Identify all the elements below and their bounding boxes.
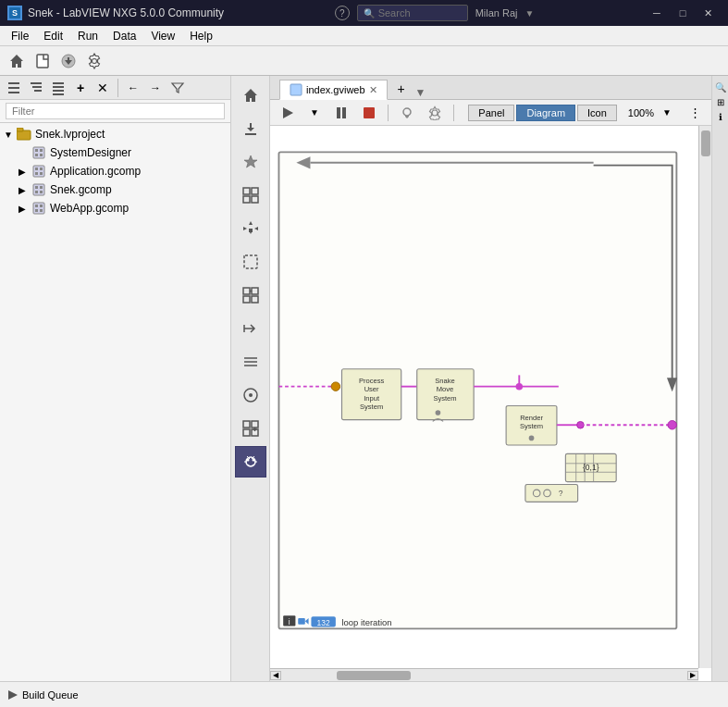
- filter-input[interactable]: [6, 103, 225, 119]
- palette-select-btn[interactable]: [235, 246, 266, 278]
- snake-move-label3: System: [433, 394, 456, 403]
- back-button[interactable]: [57, 50, 80, 72]
- pause-button[interactable]: [329, 103, 353, 123]
- svg-point-52: [249, 393, 253, 397]
- tree-item-snek[interactable]: ▶ Snek.gcomp: [15, 180, 230, 199]
- right-panel-info-btn[interactable]: ℹ: [713, 109, 728, 124]
- menu-edit[interactable]: Edit: [36, 28, 70, 44]
- svg-rect-18: [40, 149, 43, 152]
- svg-rect-7: [31, 82, 42, 84]
- tab-index-gviweb[interactable]: index.gviweb ✕: [279, 80, 388, 100]
- sidebar-remove-button[interactable]: ✕: [93, 79, 113, 97]
- svg-rect-4: [8, 82, 19, 84]
- h-scroll-left-btn[interactable]: ◀: [270, 671, 281, 680]
- v-scroll-thumb[interactable]: [701, 130, 710, 156]
- palette-move-btn[interactable]: [235, 213, 266, 244]
- tree-item-root[interactable]: ▼ Snek.lvproject: [0, 125, 230, 143]
- minimize-button[interactable]: ─: [645, 4, 669, 22]
- menu-view[interactable]: View: [143, 28, 182, 44]
- sidebar-expand-button[interactable]: [48, 79, 68, 97]
- while-loop-border: [278, 152, 676, 628]
- tree-toggle-snek[interactable]: ▶: [19, 185, 31, 195]
- cog-button[interactable]: [423, 103, 447, 123]
- tree-item-app[interactable]: ▶ Application.gcomp: [15, 162, 230, 180]
- sidebar-collapse-button[interactable]: [26, 79, 46, 97]
- svg-rect-13: [53, 93, 64, 95]
- palette-circle-btn[interactable]: [235, 379, 266, 411]
- zoom-dropdown-btn[interactable]: ▼: [656, 103, 678, 123]
- icon-tab[interactable]: Icon: [577, 105, 617, 121]
- title-search-input[interactable]: [378, 7, 452, 19]
- settings-button[interactable]: [83, 50, 105, 72]
- diagram-canvas[interactable]: ◀ ▶: [270, 126, 711, 681]
- palette-home-btn[interactable]: [235, 80, 266, 111]
- maximize-button[interactable]: □: [671, 4, 695, 22]
- right-edge-dot: [668, 421, 676, 429]
- loop-arrow: [298, 618, 305, 625]
- process-user-input-label4: System: [360, 403, 383, 411]
- palette-sidebar: [231, 76, 270, 681]
- title-search-box[interactable]: 🔍: [357, 5, 468, 21]
- project-tree: ▼ Snek.lvproject SystemDesigner ▶: [0, 123, 230, 681]
- sidebar-add-button[interactable]: +: [70, 79, 91, 97]
- home-button[interactable]: [6, 50, 28, 72]
- tab-add-button[interactable]: +: [391, 79, 412, 99]
- build-queue-button[interactable]: Build Queue: [7, 689, 79, 701]
- menu-run[interactable]: Run: [70, 28, 105, 44]
- palette-debug-btn[interactable]: [235, 446, 266, 478]
- new-file-button[interactable]: [31, 50, 54, 72]
- svg-rect-35: [40, 209, 43, 212]
- tab-close-btn[interactable]: ✕: [369, 84, 377, 96]
- palette-cluster-btn[interactable]: [235, 279, 266, 311]
- svg-rect-11: [53, 86, 64, 88]
- app-icon: S: [7, 6, 22, 20]
- diagram-toolbar: ▼ Panel Diagram Icon 100% ▼: [270, 100, 711, 126]
- close-button[interactable]: ✕: [697, 4, 721, 22]
- run-button[interactable]: [276, 103, 300, 123]
- svg-rect-20: [40, 154, 43, 156]
- panel-tab[interactable]: Panel: [468, 105, 514, 121]
- svg-rect-2: [37, 55, 48, 68]
- svg-rect-37: [243, 188, 250, 194]
- app-label: Application.gcomp: [50, 165, 141, 178]
- tree-toggle-webapp[interactable]: ▶: [19, 204, 31, 214]
- palette-download-btn[interactable]: [235, 113, 266, 144]
- svg-rect-40: [252, 196, 258, 203]
- right-panel-grid-btn[interactable]: ⊞: [713, 94, 728, 109]
- palette-add-btn[interactable]: [235, 413, 266, 444]
- sidebar-back-button[interactable]: ←: [123, 79, 143, 97]
- palette-grid-btn[interactable]: [235, 180, 266, 211]
- vertical-scrollbar[interactable]: [698, 126, 711, 668]
- tab-dropdown-btn[interactable]: ▼: [415, 86, 426, 99]
- palette-favorite-btn[interactable]: [235, 146, 266, 178]
- right-panel-search-btn[interactable]: 🔍: [713, 80, 728, 94]
- misc-question: ?: [559, 489, 563, 498]
- run-dropdown-btn[interactable]: ▼: [303, 103, 326, 123]
- sidebar-filter-button[interactable]: [167, 79, 188, 97]
- sidebar-list-icon[interactable]: [4, 79, 24, 97]
- svg-rect-19: [35, 154, 38, 156]
- h-scroll-thumb[interactable]: [337, 671, 411, 680]
- tree-item-webapp[interactable]: ▶ WebApp.gcomp: [15, 199, 230, 217]
- horizontal-scrollbar[interactable]: ◀ ▶: [270, 668, 698, 681]
- sidebar-forward-button[interactable]: →: [145, 79, 166, 97]
- lightbulb-button[interactable]: [395, 103, 419, 123]
- menu-data[interactable]: Data: [105, 28, 143, 44]
- h-scroll-right-btn[interactable]: ▶: [687, 671, 698, 680]
- tab-bar: index.gviweb ✕ + ▼: [270, 76, 711, 100]
- help-icon[interactable]: ?: [335, 6, 350, 20]
- options-button[interactable]: ⋮: [684, 103, 706, 123]
- svg-rect-68: [337, 107, 340, 118]
- tree-toggle-app[interactable]: ▶: [19, 167, 31, 177]
- menu-file[interactable]: File: [4, 28, 36, 44]
- loop-count-label: 132: [317, 618, 330, 627]
- svg-rect-44: [243, 296, 250, 303]
- stop-button[interactable]: [357, 103, 381, 123]
- diagram-tab[interactable]: Diagram: [516, 105, 575, 121]
- svg-rect-5: [8, 87, 19, 89]
- tree-item-system-designer[interactable]: SystemDesigner: [15, 143, 230, 162]
- palette-arrow-btn[interactable]: [235, 313, 266, 344]
- tree-toggle-root[interactable]: ▼: [4, 130, 17, 140]
- menu-help[interactable]: Help: [182, 28, 220, 44]
- palette-lines-btn[interactable]: [235, 346, 266, 378]
